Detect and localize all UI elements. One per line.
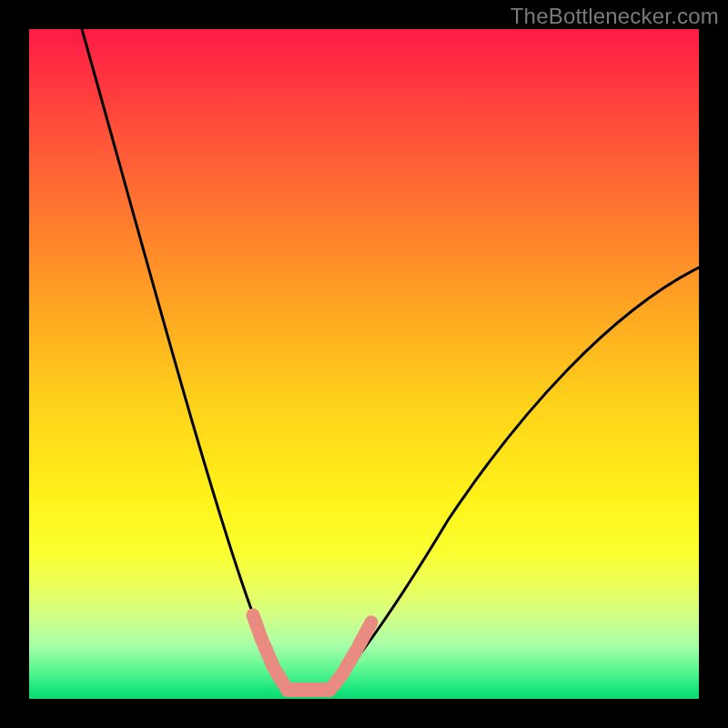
chart-container: TheBottlenecker.com [0,0,728,728]
highlight-right-cluster [333,622,371,686]
highlight-left-cluster [253,615,284,684]
watermark-text: TheBottlenecker.com [511,4,719,29]
plot-area [29,29,699,699]
curve-right [331,268,699,690]
curve-left [82,29,289,690]
curve-layer [29,29,699,699]
